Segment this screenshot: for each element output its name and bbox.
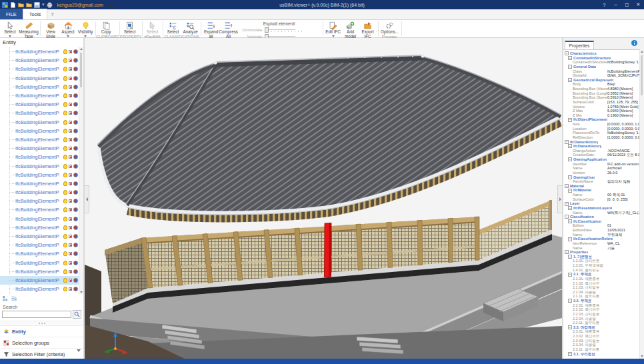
visibility-bulb-icon[interactable] xyxy=(63,93,67,98)
property-row[interactable]: IdentifierIFC add-on version: 4020 KOR S xyxy=(563,162,644,167)
property-row[interactable]: Bounding Box (Lunghez0.5852 [Meters] xyxy=(563,91,644,96)
sidebar-item-selection-filter[interactable]: Selection Filter (criteria) xyxy=(0,349,83,359)
property-row[interactable]: Bounding Box (Spessor0.5910 [Meters] xyxy=(563,95,644,100)
visibility-bulb-icon[interactable] xyxy=(63,199,67,203)
save-icon[interactable] xyxy=(34,2,40,8)
property-category[interactable]: Geometrical Represent xyxy=(563,78,644,83)
material-sphere-icon[interactable] xyxy=(73,207,78,212)
property-row[interactable]: CreationDate06/11/2023 오전 8:13:59 xyxy=(563,153,644,157)
visibility-bulb-icon[interactable] xyxy=(63,85,67,89)
visibility-bulb-icon[interactable] xyxy=(63,243,67,247)
ifc-grid-icon[interactable] xyxy=(69,243,72,247)
visibility-bulb-icon[interactable] xyxy=(63,207,67,212)
property-row[interactable]: Axis[0.0000; 0.0000; 1.0000] xyxy=(563,122,644,127)
property-row[interactable]: Volume1.0783 [Metri Cubi] xyxy=(563,105,644,109)
property-row[interactable]: BodyBrep xyxy=(563,82,644,87)
property-row[interactable]: 2.1.02. 국산여부 xyxy=(563,281,644,286)
collapse-box-icon[interactable] xyxy=(568,255,572,259)
material-sphere-icon[interactable] xyxy=(73,137,78,142)
close-button[interactable]: ✕ xyxy=(633,0,644,9)
analyze-button[interactable]: Analyze xyxy=(182,21,199,35)
visibility-bulb-icon[interactable] xyxy=(63,225,67,230)
horizontal-slider[interactable] xyxy=(265,27,303,33)
property-category[interactable]: IfcClassificationRefere xyxy=(563,237,644,241)
property-row[interactable]: Bounding Box (Altezza)4.8980 [Meters] xyxy=(563,87,644,91)
property-row[interactable]: GlobalId0bWt_SOMzCJPv7VKkvODS0 xyxy=(563,73,644,78)
property-category[interactable]: OwningUser xyxy=(563,175,644,180)
tab-properties[interactable]: Properties xyxy=(565,41,594,49)
tree-item[interactable]: IfcBuildingElementProxy xyxy=(0,91,83,100)
visibility-bulb-icon[interactable] xyxy=(63,58,67,63)
collapse-left-panel-handle[interactable] xyxy=(85,185,89,213)
properties-scrollbar[interactable] xyxy=(639,49,644,359)
collapse-box-icon[interactable] xyxy=(568,157,572,161)
property-row[interactable]: 2.2.03. 산지정보 xyxy=(563,312,644,317)
property-row[interactable]: NameWA(목가구축)_CL(기둥)_100(평 xyxy=(563,211,644,215)
collapse-box-icon[interactable] xyxy=(565,184,569,188)
property-row[interactable]: ClassIfcBuildingElementProxy xyxy=(563,69,644,74)
property-row[interactable]: 2.3.11. 첨부자료 xyxy=(563,347,644,352)
material-sphere-icon[interactable] xyxy=(73,76,78,81)
property-row[interactable]: 2.1.03. 산지정보 xyxy=(563,285,644,290)
property-row[interactable]: 2.3.04. 사용량 xyxy=(563,343,644,347)
property-row[interactable]: RefDirection[1.0000; 0.0000; 0.0000] xyxy=(563,135,644,140)
sort-list-icon[interactable] xyxy=(11,296,17,301)
tree-item[interactable]: IfcBuildingElementProxy xyxy=(0,56,83,65)
maximize-button[interactable]: ◻ xyxy=(621,0,633,9)
info-icon[interactable] xyxy=(631,40,637,46)
property-row[interactable]: Z Min0.1960 [Meters] xyxy=(563,113,644,118)
material-sphere-icon[interactable] xyxy=(73,155,78,159)
printer-icon[interactable] xyxy=(47,2,53,8)
panel-collapse-chevron-icon[interactable] xyxy=(77,349,81,352)
property-row[interactable]: Name기둥 xyxy=(563,246,644,251)
material-sphere-icon[interactable] xyxy=(73,190,78,195)
sidebar-item-entity[interactable]: Entity xyxy=(0,326,83,337)
tree-item[interactable]: IfcBuildingElementProxy xyxy=(0,83,83,91)
property-category[interactable]: General Data xyxy=(563,65,644,69)
tree-item[interactable]: IfcBuildingElementProxy xyxy=(0,267,83,276)
property-category[interactable]: 3.1. 수리정보 xyxy=(563,352,644,357)
material-sphere-icon[interactable] xyxy=(73,278,78,283)
property-row[interactable]: 2.3.01. 재료종류 xyxy=(563,329,644,334)
material-sphere-icon[interactable] xyxy=(73,93,78,98)
material-sphere-icon[interactable] xyxy=(73,102,78,107)
ifc-grid-icon[interactable] xyxy=(69,67,72,71)
visibility-bulb-icon[interactable] xyxy=(63,155,67,159)
tree-item[interactable]: IfcBuildingElementProxy xyxy=(0,232,83,241)
property-row[interactable]: 1.4.01. 설치연도 xyxy=(563,268,644,273)
visibility-bulb-icon[interactable] xyxy=(63,190,67,195)
tree-item[interactable]: IfcBuildingElementProxy xyxy=(0,259,83,267)
ifc-grid-icon[interactable] xyxy=(69,138,72,141)
visibility-bulb-icon[interactable] xyxy=(63,173,67,177)
tagbim-select-button[interactable]: Select xyxy=(144,21,161,35)
open-folder-icon[interactable] xyxy=(18,2,24,8)
property-row[interactable]: Version26.0.0 xyxy=(563,171,644,175)
compress-all-button[interactable]: Compress All xyxy=(220,21,237,39)
user-icon[interactable] xyxy=(109,2,114,7)
ifc-grid-icon[interactable] xyxy=(69,270,72,273)
property-row[interactable]: Z Max5.0940 [Meters] xyxy=(563,109,644,113)
property-row[interactable]: NameArchicad xyxy=(563,166,644,171)
ifc-grid-icon[interactable] xyxy=(69,155,72,159)
tab-file[interactable]: FILE xyxy=(0,9,23,19)
ifc-grid-icon[interactable] xyxy=(69,111,72,115)
material-sphere-icon[interactable] xyxy=(73,181,78,186)
sidebar-item-selection-groups[interactable]: Selection groups xyxy=(0,337,83,349)
tree-item[interactable]: IfcBuildingElementProxy xyxy=(0,109,83,117)
tree-scrollbar[interactable] xyxy=(79,47,83,294)
material-sphere-icon[interactable] xyxy=(73,164,78,169)
collapse-box-icon[interactable] xyxy=(568,237,572,241)
tree-item[interactable]: IfcBuildingElementProxy xyxy=(0,144,83,153)
classifications-select-button[interactable]: Select xyxy=(165,21,182,35)
tree-item[interactable]: IfcBuildingElementProxy xyxy=(0,127,83,135)
tree-item[interactable]: IfcBuildingElementProxy xyxy=(0,276,83,285)
ifc-grid-icon[interactable] xyxy=(69,208,72,211)
property-category[interactable]: OwningApplication xyxy=(563,157,644,162)
visibility-bulb-icon[interactable] xyxy=(63,164,67,169)
ifc-grid-icon[interactable] xyxy=(69,182,72,185)
collapse-box-icon[interactable] xyxy=(568,144,572,148)
material-sphere-icon[interactable] xyxy=(73,251,78,256)
open-model-folder-icon[interactable] xyxy=(26,2,32,8)
tree-item[interactable]: IfcBuildingElementProxy xyxy=(0,197,83,205)
visibility-bulb-icon[interactable] xyxy=(63,129,67,133)
